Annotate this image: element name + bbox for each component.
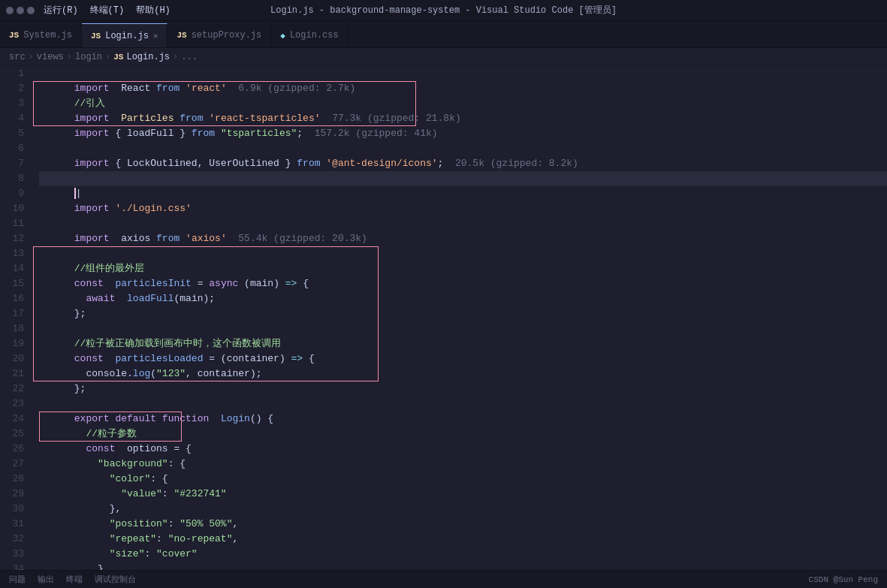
code-line-5 [39, 126, 887, 141]
breadcrumb-login: login [75, 52, 102, 62]
code-line-2: //引入 [39, 81, 887, 96]
breadcrumb-ellipsis: ... [181, 52, 198, 62]
code-line-1: import React from 'react' 6.9k (gzipped:… [39, 66, 887, 81]
status-terminal[interactable]: 终端 [66, 574, 83, 585]
breadcrumb-js-icon: JS [113, 53, 123, 62]
status-bar: 问题 输出 终端 调试控制台 CSDN @Sun Peng [0, 570, 887, 588]
code-area[interactable]: import React from 'react' 6.9k (gzipped:… [33, 66, 887, 570]
tab-label-system: System.js [23, 30, 72, 41]
window-dot-1 [6, 7, 14, 14]
status-output[interactable]: 输出 [38, 574, 54, 585]
code-line-26: "background": { [39, 442, 887, 457]
menu-help[interactable]: 帮助(H) [136, 4, 170, 17]
code-line-14: const particlesInit = async (main) => { [39, 261, 887, 276]
tab-close-login[interactable]: ✕ [153, 31, 158, 41]
status-right: CSDN @Sun Peng [809, 575, 878, 584]
tab-login-css[interactable]: ◆ Login.css [271, 23, 348, 47]
code-line-30: "position": "50% 50%", [39, 502, 887, 517]
code-line-31: "repeat": "no-repeat", [39, 517, 887, 532]
breadcrumb-current: Login.js [126, 52, 170, 62]
menu-terminal[interactable]: 终端(T) [90, 4, 125, 17]
tab-setup-proxy[interactable]: JS setupProxy.js [167, 23, 271, 47]
code-line-22 [39, 381, 887, 397]
code-line-4: import { loadFull } from "tsparticles"; … [39, 111, 887, 126]
window-title: Login.js - background-manage-system - Vi… [270, 4, 617, 17]
code-line-21: }; [39, 366, 887, 381]
code-line-7: import { Button, Checkbox, Form, Input, … [39, 156, 887, 171]
breadcrumb-views: views [37, 52, 64, 62]
breadcrumb-src: src [9, 52, 26, 62]
js-icon-login: JS [91, 32, 101, 41]
code-line-11: import axios from 'axios' 55.4k (gzipped… [39, 216, 887, 231]
tab-label-css: Login.css [290, 30, 339, 41]
js-icon-proxy: JS [176, 31, 186, 40]
js-icon-system: JS [9, 31, 19, 40]
code-line-34: // 帧数，越低越卡，默认60 [39, 562, 887, 570]
code-line-8: | [39, 171, 887, 186]
code-line-15: await loadFull(main); [39, 276, 887, 291]
code-line-27: "color": { [39, 457, 887, 472]
status-debug[interactable]: 调试控制台 [95, 574, 136, 585]
tab-label-proxy: setupProxy.js [192, 30, 262, 41]
code-line-29: }, [39, 487, 887, 502]
window-dot-3 [27, 7, 35, 14]
code-line-12 [39, 231, 887, 246]
tab-bar: JS System.js JS Login.js ✕ JS setupProxy… [0, 21, 887, 48]
tab-label-login: Login.js [105, 31, 149, 41]
css-icon: ◆ [280, 31, 285, 41]
line-numbers: 1 2 3 4 5 6 7 8 9 10 11 12 13 14 15 16 1… [0, 66, 33, 570]
menu-run[interactable]: 运行(R) [44, 4, 78, 17]
code-line-16: }; [39, 291, 887, 306]
code-line-3: import Particles from 'react-tsparticles… [39, 96, 887, 111]
tab-system-js[interactable]: JS System.js [0, 23, 82, 47]
code-line-9: import './Login.css' [39, 186, 887, 201]
code-line-18: //粒子被正确加载到画布中时，这个函数被调用 [39, 321, 887, 336]
code-line-33: }, [39, 547, 887, 562]
window-dot-2 [17, 7, 24, 14]
tab-login-js[interactable]: JS Login.js ✕ [82, 23, 167, 47]
code-line-20: console.log("123", container); [39, 351, 887, 366]
code-line-17 [39, 306, 887, 321]
editor: 1 2 3 4 5 6 7 8 9 10 11 12 13 14 15 16 1… [0, 66, 887, 570]
code-line-10 [39, 201, 887, 216]
code-line-6: import { LockOutlined, UserOutlined } fr… [39, 141, 887, 156]
code-line-23: export default function Login() { [39, 397, 887, 412]
code-line-13: //组件的最外层 [39, 246, 887, 261]
breadcrumb: src › views › login › JS Login.js › ... [0, 48, 887, 66]
status-left: 问题 输出 终端 调试控制台 [9, 574, 136, 585]
code-line-24: //粒子参数 [39, 412, 887, 427]
menu-bar: 运行(R) 终端(T) 帮助(H) [44, 4, 170, 17]
status-author: CSDN @Sun Peng [809, 575, 878, 584]
code-line-19: const particlesLoaded = (container) => { [39, 336, 887, 351]
code-line-25: const options = { [39, 427, 887, 442]
titlebar: 运行(R) 终端(T) 帮助(H) Login.js - background-… [0, 0, 887, 21]
status-problems[interactable]: 问题 [9, 574, 26, 585]
code-line-32: "size": "cover" [39, 532, 887, 547]
code-line-28: "value": "#232741" [39, 472, 887, 487]
